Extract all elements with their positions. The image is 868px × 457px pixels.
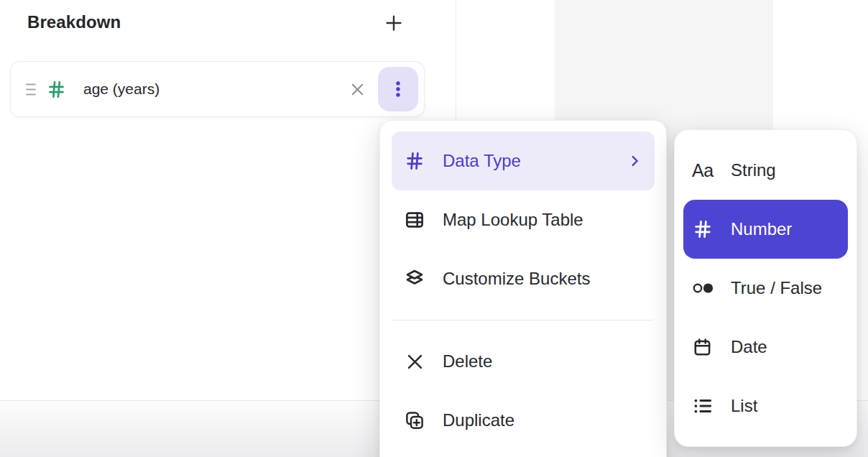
hash-icon — [46, 79, 67, 100]
menu-divider — [393, 320, 653, 320]
app-stage: Breakdown age (years) — [0, 0, 868, 457]
layers-icon — [404, 268, 425, 290]
menu-item-label: True / False — [731, 278, 822, 298]
submenu-item-number[interactable]: Number — [683, 200, 848, 259]
plus-icon — [383, 12, 405, 34]
menu-item-label: Delete — [443, 351, 492, 371]
drag-handle-icon[interactable] — [26, 83, 36, 96]
field-label: age (years) — [83, 80, 345, 98]
submenu-item-true-false[interactable]: True / False — [683, 259, 848, 318]
kebab-menu-icon — [389, 80, 407, 98]
breakdown-field-card: age (years) — [10, 61, 425, 117]
list-icon — [692, 395, 718, 417]
menu-item-delete[interactable]: Delete — [392, 332, 655, 391]
toggle-circles-icon — [692, 280, 718, 297]
menu-item-label: Duplicate — [443, 410, 514, 430]
aa-icon: Aa — [692, 160, 718, 181]
menu-item-label: Customize Buckets — [443, 269, 590, 289]
hash-icon — [692, 218, 718, 240]
menu-item-duplicate[interactable]: Duplicate — [392, 391, 655, 450]
menu-item-label: Map Lookup Table — [443, 210, 583, 230]
duplicate-icon — [404, 410, 425, 431]
menu-item-map-lookup-table[interactable]: Map Lookup Table — [392, 190, 655, 249]
data-type-submenu: Aa String Number True / False — [674, 129, 857, 447]
menu-item-label: String — [731, 160, 776, 180]
menu-item-label: Number — [731, 219, 792, 239]
add-breakdown-button[interactable] — [382, 11, 406, 35]
menu-item-label: Data Type — [443, 151, 521, 171]
submenu-item-date[interactable]: Date — [683, 318, 848, 377]
remove-field-button[interactable] — [345, 77, 369, 101]
field-context-menu: Data Type Map Lookup Table — [379, 120, 667, 457]
x-icon — [404, 352, 425, 371]
calendar-icon — [692, 337, 718, 358]
menu-item-customize-buckets[interactable]: Customize Buckets — [392, 249, 655, 308]
submenu-item-list[interactable]: List — [683, 377, 848, 435]
table-icon — [404, 209, 425, 231]
menu-item-label: Date — [731, 337, 767, 357]
menu-item-label: List — [731, 396, 757, 416]
chevron-right-icon — [627, 153, 642, 169]
menu-item-data-type[interactable]: Data Type — [392, 131, 655, 190]
close-icon — [349, 81, 366, 98]
field-menu-button[interactable] — [378, 67, 418, 111]
hash-icon — [404, 150, 425, 172]
submenu-item-string[interactable]: Aa String — [683, 141, 848, 200]
breakdown-panel-title: Breakdown — [27, 12, 121, 32]
